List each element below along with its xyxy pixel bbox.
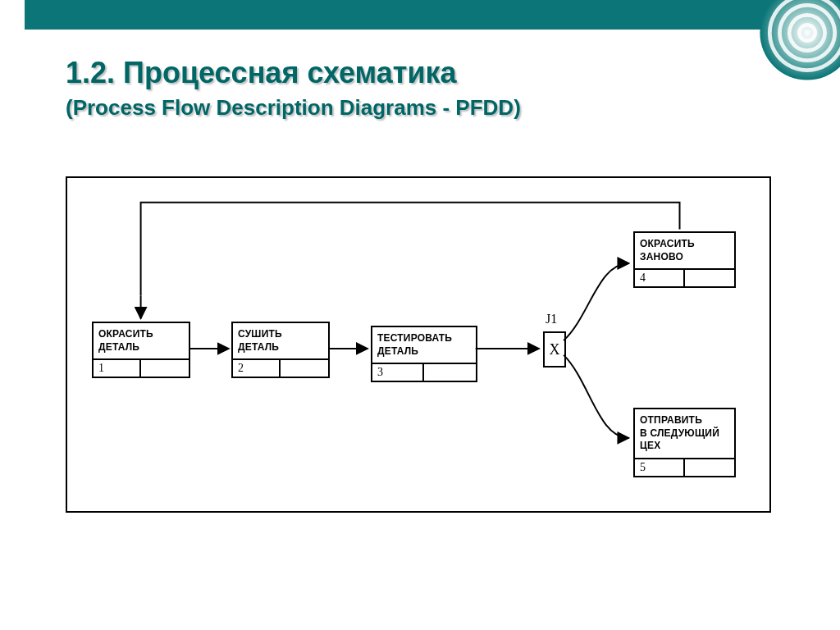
junction-label: J1: [546, 312, 557, 326]
process-box-2: СУШИТЬ ДЕТАЛЬ 2: [231, 322, 330, 378]
process-box-3-num: 3: [372, 364, 424, 381]
junction-box: X: [543, 331, 566, 368]
junction-type: X: [550, 341, 560, 358]
process-box-5-num: 5: [635, 459, 685, 476]
process-box-2-label: СУШИТЬ ДЕТАЛЬ: [233, 323, 328, 358]
process-box-2-num: 2: [233, 360, 281, 377]
process-box-3: ТЕСТИРОВАТЬ ДЕТАЛЬ 3: [371, 326, 477, 382]
process-box-5-label: ОТПРАВИТЬ В СЛЕДУЮЩИЙ ЦЕХ: [635, 409, 734, 458]
slide: 1.2. Процессная схематика (Process Flow …: [0, 0, 840, 630]
process-box-1-num: 1: [94, 360, 141, 377]
title-block: 1.2. Процессная схематика (Process Flow …: [66, 56, 771, 121]
process-box-5: ОТПРАВИТЬ В СЛЕДУЮЩИЙ ЦЕХ 5: [633, 408, 736, 477]
header-band: [25, 0, 815, 30]
process-box-1: ОКРАСИТЬ ДЕТАЛЬ 1: [92, 322, 190, 378]
process-box-1-label: ОКРАСИТЬ ДЕТАЛЬ: [94, 323, 189, 358]
process-box-4-label: ОКРАСИТЬ ЗАНОВО: [635, 233, 734, 268]
slide-subtitle: (Process Flow Description Diagrams - PFD…: [66, 95, 771, 121]
process-box-4: ОКРАСИТЬ ЗАНОВО 4: [633, 231, 736, 288]
process-box-3-label: ТЕСТИРОВАТЬ ДЕТАЛЬ: [372, 327, 476, 363]
pfdd-diagram: ОКРАСИТЬ ДЕТАЛЬ 1 СУШИТЬ ДЕТАЛЬ 2 ТЕСТИР…: [66, 176, 771, 513]
process-box-4-num: 4: [635, 270, 685, 286]
slide-title: 1.2. Процессная схематика: [66, 56, 771, 90]
